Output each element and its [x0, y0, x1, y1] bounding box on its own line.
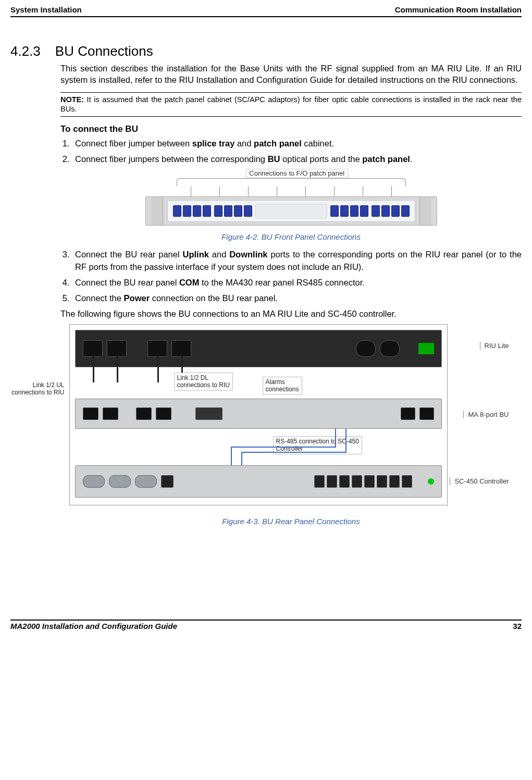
figure-2-callout-dl: Link 1/2 DL connections to RIU — [174, 373, 233, 391]
figure-2: Link 1/2 UL connections to RIU — [67, 324, 515, 505]
step-2-text-a: Connect fiber jumpers between the corres… — [75, 154, 268, 164]
sc450-aux-alarms-port — [109, 475, 131, 488]
step-4: Connect the BU rear panel COM to the MA4… — [72, 277, 522, 289]
riu-uplink-port-2 — [107, 340, 127, 357]
step-2-bold-patch-panel: patch panel — [362, 154, 410, 164]
device-riu-lite: RIU Lite — [75, 330, 442, 367]
step-2: Connect fiber jumpers between the corres… — [72, 153, 522, 166]
step-4-text-b: to the MA430 rear panel RS485 connector. — [199, 278, 364, 287]
bu-power-port — [419, 407, 434, 420]
step-3-bold-downlink: Downlink — [229, 250, 267, 259]
step-5-text-a: Connect the — [75, 293, 124, 303]
header-rule — [10, 16, 522, 17]
step-4-text-a: Connect the BU rear panel — [75, 278, 179, 287]
step-3-text-a: Connect the BU rear panel — [75, 250, 182, 259]
step-2-bold-bu: BU — [268, 154, 280, 164]
figure-2-spacer-2: RS-485 connection to SC-450 Controller — [75, 429, 442, 465]
running-footer: MA2000 Installation and Configuration Gu… — [10, 622, 522, 630]
bu-faceplate — [167, 200, 415, 222]
bu-dl-port-1 — [136, 407, 152, 420]
step-1: Connect fiber jumper between splice tray… — [72, 138, 522, 150]
step-4-bold-com: COM — [179, 278, 200, 287]
section-number: 4.2.3 — [10, 43, 41, 59]
figure-2-callout-alarms: Alarms connections — [263, 377, 302, 395]
riu-pwr-led-icon — [418, 343, 434, 354]
intro-paragraph: This section describes the installation … — [60, 63, 522, 86]
step-3: Connect the BU rear panel Uplink and Dow… — [72, 249, 522, 274]
step-3-text-b: and — [209, 250, 229, 259]
riu-downlink-port — [147, 340, 167, 357]
bu-alarms-port — [195, 407, 222, 420]
page-root: System Installation Communication Room I… — [0, 0, 532, 641]
sc450-pwr-led-icon — [428, 478, 434, 485]
riu-uplink-port — [83, 340, 103, 357]
footer-title: MA2000 Installation and Configuration Gu… — [10, 622, 177, 630]
connection-lines-icon — [75, 429, 442, 465]
header-right: Communication Room Installation — [395, 5, 522, 14]
step-3-bold-uplink: Uplink — [182, 250, 208, 259]
optical-port-group-2 — [214, 205, 252, 217]
body: This section describes the installation … — [60, 63, 522, 526]
riu-downlink-port-2 — [171, 340, 191, 357]
section-title: BU Connections — [55, 43, 153, 59]
figure-1-caption: Figure 4-2. BU Front Panel Connections — [60, 232, 522, 241]
bu-com-port — [401, 407, 415, 420]
note-box: NOTE: It is assumed that the patch panel… — [60, 92, 522, 117]
bu-front-panel — [145, 196, 437, 226]
figure-2-wrap: Link 1/2 UL connections to RIU — [60, 324, 522, 526]
bu-ul-port-2 — [103, 407, 118, 420]
steps-list: Connect fiber jumper between splice tray… — [60, 138, 522, 166]
optical-port-group-4 — [372, 205, 410, 217]
rack-ear-left — [151, 197, 163, 225]
figure-2-caption: Figure 4-3. BU Rear Panel Connections — [60, 517, 522, 526]
step-5: Connect the Power connection on the BU r… — [72, 292, 522, 305]
step-1-bold-patch-panel: patch panel — [254, 139, 302, 148]
leader-lines — [177, 186, 406, 196]
step-1-text-b: and — [234, 139, 254, 148]
figure-1-callout: Connections to F/O patch panel — [245, 169, 348, 178]
sc450-diag-port — [83, 475, 105, 488]
figure-1: Connections to F/O patch panel — [145, 170, 437, 226]
step-2-text-b: optical ports and the — [280, 154, 362, 164]
figure-1-wrap: Connections to F/O patch panel — [60, 170, 522, 241]
riu-duplex-port-2 — [380, 340, 400, 357]
device-ma-bu: MA 8-port BU — [75, 399, 442, 429]
step-2-text-c: . — [410, 154, 413, 164]
figure-2-box: RIU Lite Link 1/2 DL connections to RIU … — [69, 324, 448, 505]
subheading-connect-bu: To connect the BU — [60, 124, 522, 134]
post-steps-text: The following figure shows the BU connec… — [60, 309, 522, 319]
step-1-text-c: cabinet. — [302, 139, 334, 148]
figure-2-spacer-1: Link 1/2 DL connections to RIU Alarms co… — [75, 367, 442, 399]
bu-ul-port-1 — [83, 407, 98, 420]
figure-2-label-bu: MA 8-port BU — [463, 411, 509, 418]
step-5-text-b: connection on the BU rear panel. — [150, 293, 278, 303]
running-header: System Installation Communication Room I… — [10, 5, 522, 16]
figure-2-label-sc450: SC-450 Controller — [450, 477, 509, 485]
faceplate-mid — [255, 204, 327, 218]
figure-2-callout-ul: Link 1/2 UL connections to RIU — [0, 381, 65, 396]
steps-list-cont: Connect the BU rear panel Uplink and Dow… — [60, 249, 522, 305]
device-sc450: SC-450 Controller — [75, 465, 442, 498]
note-text: It is assumed that the patch panel cabin… — [60, 95, 522, 114]
footer-page-number: 32 — [513, 622, 522, 630]
footer-rule — [10, 620, 522, 621]
optical-port-group-1 — [173, 205, 211, 217]
sc450-modem-port — [161, 475, 174, 488]
step-1-text-a: Connect fiber jumper between — [75, 139, 192, 148]
bracket-icon — [177, 178, 406, 186]
step-5-bold-power: Power — [124, 293, 150, 303]
sc450-alarm-output-port — [135, 475, 157, 488]
sc450-rs485-row — [314, 475, 412, 488]
optical-port-group-3 — [330, 205, 368, 217]
rack-ear-right — [419, 197, 431, 225]
note-label: NOTE: — [60, 95, 84, 104]
section-heading: 4.2.3 BU Connections — [10, 43, 522, 59]
riu-duplex-port — [356, 340, 376, 357]
bu-dl-port-2 — [156, 407, 171, 420]
figure-2-label-riu: RIU Lite — [480, 342, 509, 350]
header-left: System Installation — [10, 5, 82, 14]
step-1-bold-splice-tray: splice tray — [192, 139, 235, 148]
